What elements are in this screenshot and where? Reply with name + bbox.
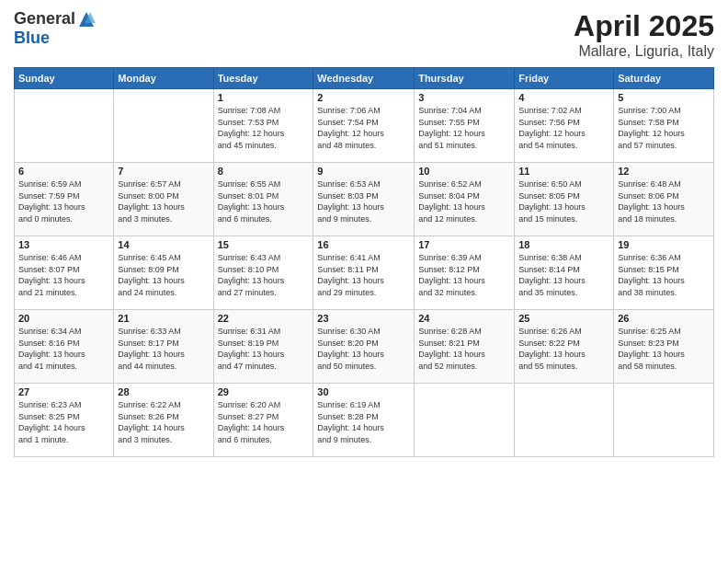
day-info: Sunrise: 6:34 AM Sunset: 8:16 PM Dayligh… xyxy=(18,326,109,372)
day-number: 7 xyxy=(118,166,209,177)
calendar-day-header: Friday xyxy=(515,68,614,89)
day-number: 19 xyxy=(618,239,710,250)
day-info: Sunrise: 6:33 AM Sunset: 8:17 PM Dayligh… xyxy=(118,326,209,372)
calendar-day-header: Tuesday xyxy=(213,68,313,89)
calendar-cell: 29Sunrise: 6:20 AM Sunset: 8:27 PM Dayli… xyxy=(213,384,313,457)
page: General Blue April 2025 Mallare, Liguria… xyxy=(0,0,728,563)
day-number: 3 xyxy=(418,92,510,103)
calendar-day-header: Monday xyxy=(114,68,213,89)
day-number: 22 xyxy=(218,313,310,324)
calendar-cell: 12Sunrise: 6:48 AM Sunset: 8:06 PM Dayli… xyxy=(614,163,714,236)
day-number: 21 xyxy=(118,313,209,324)
calendar-cell: 23Sunrise: 6:30 AM Sunset: 8:20 PM Dayli… xyxy=(313,310,415,384)
day-number: 6 xyxy=(18,166,109,177)
calendar-cell: 26Sunrise: 6:25 AM Sunset: 8:23 PM Dayli… xyxy=(614,310,714,384)
calendar-cell: 8Sunrise: 6:55 AM Sunset: 8:01 PM Daylig… xyxy=(213,163,313,236)
title-section: April 2025 Mallare, Liguria, Italy xyxy=(574,9,714,60)
day-info: Sunrise: 6:28 AM Sunset: 8:21 PM Dayligh… xyxy=(418,326,510,372)
day-number: 23 xyxy=(317,313,410,324)
calendar-cell: 28Sunrise: 6:22 AM Sunset: 8:26 PM Dayli… xyxy=(114,384,213,457)
day-number: 15 xyxy=(218,239,310,250)
day-info: Sunrise: 6:22 AM Sunset: 8:26 PM Dayligh… xyxy=(118,399,209,445)
day-number: 14 xyxy=(118,239,209,250)
day-info: Sunrise: 6:43 AM Sunset: 8:10 PM Dayligh… xyxy=(218,252,310,298)
logo-blue-text: Blue xyxy=(14,29,50,48)
day-number: 16 xyxy=(317,239,410,250)
calendar-week-row: 6Sunrise: 6:59 AM Sunset: 7:59 PM Daylig… xyxy=(15,163,714,236)
day-number: 12 xyxy=(618,166,710,177)
calendar-day-header: Thursday xyxy=(415,68,515,89)
calendar-cell: 3Sunrise: 7:04 AM Sunset: 7:55 PM Daylig… xyxy=(415,89,515,163)
day-number: 29 xyxy=(218,386,310,397)
day-info: Sunrise: 6:31 AM Sunset: 8:19 PM Dayligh… xyxy=(218,326,310,372)
day-info: Sunrise: 6:52 AM Sunset: 8:04 PM Dayligh… xyxy=(418,178,510,224)
day-info: Sunrise: 6:39 AM Sunset: 8:12 PM Dayligh… xyxy=(418,252,510,298)
calendar-cell: 7Sunrise: 6:57 AM Sunset: 8:00 PM Daylig… xyxy=(114,163,213,236)
day-number: 13 xyxy=(18,239,109,250)
calendar-cell: 22Sunrise: 6:31 AM Sunset: 8:19 PM Dayli… xyxy=(213,310,313,384)
calendar-cell xyxy=(114,89,213,163)
calendar-cell xyxy=(415,384,515,457)
calendar-cell: 10Sunrise: 6:52 AM Sunset: 8:04 PM Dayli… xyxy=(415,163,515,236)
calendar-cell: 6Sunrise: 6:59 AM Sunset: 7:59 PM Daylig… xyxy=(15,163,114,236)
day-number: 4 xyxy=(518,92,609,103)
calendar-cell xyxy=(515,384,614,457)
day-number: 27 xyxy=(18,386,109,397)
location: Mallare, Liguria, Italy xyxy=(574,43,714,60)
calendar-cell: 30Sunrise: 6:19 AM Sunset: 8:28 PM Dayli… xyxy=(313,384,415,457)
calendar-week-row: 1Sunrise: 7:08 AM Sunset: 7:53 PM Daylig… xyxy=(15,89,714,163)
day-number: 17 xyxy=(418,239,510,250)
day-number: 11 xyxy=(518,166,609,177)
logo-icon xyxy=(77,10,96,29)
day-number: 28 xyxy=(118,386,209,397)
day-number: 18 xyxy=(518,239,609,250)
calendar-cell: 14Sunrise: 6:45 AM Sunset: 8:09 PM Dayli… xyxy=(114,236,213,310)
calendar-cell: 18Sunrise: 6:38 AM Sunset: 8:14 PM Dayli… xyxy=(515,236,614,310)
day-number: 26 xyxy=(618,313,710,324)
calendar-cell: 5Sunrise: 7:00 AM Sunset: 7:58 PM Daylig… xyxy=(614,89,714,163)
day-info: Sunrise: 6:57 AM Sunset: 8:00 PM Dayligh… xyxy=(118,178,209,224)
calendar-cell: 11Sunrise: 6:50 AM Sunset: 8:05 PM Dayli… xyxy=(515,163,614,236)
header: General Blue April 2025 Mallare, Liguria… xyxy=(14,9,714,60)
day-number: 10 xyxy=(418,166,510,177)
calendar-day-header: Wednesday xyxy=(313,68,415,89)
day-info: Sunrise: 6:23 AM Sunset: 8:25 PM Dayligh… xyxy=(18,399,109,445)
day-number: 8 xyxy=(218,166,310,177)
day-info: Sunrise: 7:06 AM Sunset: 7:54 PM Dayligh… xyxy=(317,105,410,151)
day-info: Sunrise: 6:55 AM Sunset: 8:01 PM Dayligh… xyxy=(218,178,310,224)
calendar-cell: 24Sunrise: 6:28 AM Sunset: 8:21 PM Dayli… xyxy=(415,310,515,384)
calendar-cell: 15Sunrise: 6:43 AM Sunset: 8:10 PM Dayli… xyxy=(213,236,313,310)
day-info: Sunrise: 6:20 AM Sunset: 8:27 PM Dayligh… xyxy=(218,399,310,445)
calendar-header-row: SundayMondayTuesdayWednesdayThursdayFrid… xyxy=(15,68,714,89)
day-info: Sunrise: 6:48 AM Sunset: 8:06 PM Dayligh… xyxy=(618,178,710,224)
day-info: Sunrise: 7:02 AM Sunset: 7:56 PM Dayligh… xyxy=(518,105,609,151)
day-info: Sunrise: 6:41 AM Sunset: 8:11 PM Dayligh… xyxy=(317,252,410,298)
calendar-cell: 19Sunrise: 6:36 AM Sunset: 8:15 PM Dayli… xyxy=(614,236,714,310)
calendar: SundayMondayTuesdayWednesdayThursdayFrid… xyxy=(14,67,714,457)
calendar-week-row: 20Sunrise: 6:34 AM Sunset: 8:16 PM Dayli… xyxy=(15,310,714,384)
day-number: 1 xyxy=(218,92,310,103)
calendar-cell: 2Sunrise: 7:06 AM Sunset: 7:54 PM Daylig… xyxy=(313,89,415,163)
calendar-cell: 16Sunrise: 6:41 AM Sunset: 8:11 PM Dayli… xyxy=(313,236,415,310)
calendar-cell: 13Sunrise: 6:46 AM Sunset: 8:07 PM Dayli… xyxy=(15,236,114,310)
day-number: 5 xyxy=(618,92,710,103)
calendar-week-row: 13Sunrise: 6:46 AM Sunset: 8:07 PM Dayli… xyxy=(15,236,714,310)
day-info: Sunrise: 6:25 AM Sunset: 8:23 PM Dayligh… xyxy=(618,326,710,372)
calendar-cell: 27Sunrise: 6:23 AM Sunset: 8:25 PM Dayli… xyxy=(15,384,114,457)
day-info: Sunrise: 7:08 AM Sunset: 7:53 PM Dayligh… xyxy=(218,105,310,151)
day-info: Sunrise: 6:30 AM Sunset: 8:20 PM Dayligh… xyxy=(317,326,410,372)
calendar-cell: 25Sunrise: 6:26 AM Sunset: 8:22 PM Dayli… xyxy=(515,310,614,384)
logo-general-text: General xyxy=(14,9,75,29)
calendar-day-header: Sunday xyxy=(15,68,114,89)
calendar-cell xyxy=(614,384,714,457)
day-number: 30 xyxy=(317,386,410,397)
calendar-week-row: 27Sunrise: 6:23 AM Sunset: 8:25 PM Dayli… xyxy=(15,384,714,457)
day-info: Sunrise: 6:50 AM Sunset: 8:05 PM Dayligh… xyxy=(518,178,609,224)
day-info: Sunrise: 6:53 AM Sunset: 8:03 PM Dayligh… xyxy=(317,178,410,224)
day-info: Sunrise: 6:19 AM Sunset: 8:28 PM Dayligh… xyxy=(317,399,410,445)
calendar-cell: 4Sunrise: 7:02 AM Sunset: 7:56 PM Daylig… xyxy=(515,89,614,163)
logo: General Blue xyxy=(14,9,96,48)
day-info: Sunrise: 6:36 AM Sunset: 8:15 PM Dayligh… xyxy=(618,252,710,298)
calendar-cell: 21Sunrise: 6:33 AM Sunset: 8:17 PM Dayli… xyxy=(114,310,213,384)
day-info: Sunrise: 6:26 AM Sunset: 8:22 PM Dayligh… xyxy=(518,326,609,372)
